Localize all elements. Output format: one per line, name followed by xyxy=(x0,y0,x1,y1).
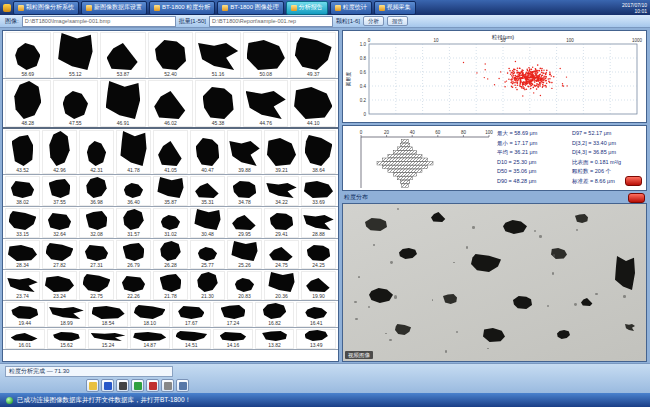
particle-thumbnail[interactable]: 16.41 xyxy=(296,302,336,327)
particle-measurement: 16.82 xyxy=(268,320,281,326)
particle-thumbnail[interactable]: 20.83 xyxy=(227,271,262,300)
particle-thumbnail[interactable]: 46.02 xyxy=(148,80,194,127)
particle-thumbnail[interactable]: 28.34 xyxy=(5,240,40,269)
particle-thumbnail[interactable]: 25.26 xyxy=(227,240,262,269)
distribution-tab-label[interactable]: 粒度分布 xyxy=(342,193,368,202)
camera-button[interactable] xyxy=(116,379,129,392)
particle-thumbnail[interactable]: 40.47 xyxy=(190,130,225,174)
particle-thumbnail[interactable]: 42.31 xyxy=(79,130,114,174)
particle-thumbnail[interactable]: 25.77 xyxy=(190,240,225,269)
video-speck xyxy=(623,295,626,298)
particle-thumbnail[interactable]: 16.01 xyxy=(5,329,45,349)
taskbar-tab[interactable]: 分析报告 xyxy=(286,1,328,15)
particle-thumbnail[interactable]: 16.82 xyxy=(255,302,295,327)
particle-thumbnail[interactable]: 27.82 xyxy=(42,240,77,269)
taskbar-tab[interactable]: 颗粒图像分析系统 xyxy=(13,1,79,15)
open-file-button[interactable] xyxy=(86,379,99,392)
video-panel[interactable]: 视频图像 xyxy=(342,203,647,362)
particle-thumbnail[interactable]: 14.16 xyxy=(213,329,253,349)
particle-thumbnail[interactable]: 58.69 xyxy=(5,32,51,78)
particle-thumbnail[interactable]: 36.98 xyxy=(79,176,114,206)
particle-thumbnail[interactable]: 31.02 xyxy=(153,208,188,238)
particle-thumbnail[interactable]: 13.49 xyxy=(296,329,336,349)
particle-thumbnail[interactable]: 39.21 xyxy=(264,130,299,174)
particle-thumbnail[interactable]: 19.90 xyxy=(301,271,336,300)
particle-thumbnail[interactable]: 47.55 xyxy=(53,80,99,127)
close-video-button[interactable] xyxy=(628,193,645,203)
print-button[interactable] xyxy=(161,379,174,392)
report-path-field[interactable]: D:\BT1800\Report\sample-001.rep xyxy=(209,16,333,27)
taskbar-tab[interactable]: BT-1800 粒度分析 xyxy=(149,1,215,15)
taskbar-tab[interactable]: 视频采集 xyxy=(374,1,416,15)
particle-thumbnail[interactable]: 34.78 xyxy=(227,176,262,206)
particle-thumbnail[interactable]: 46.91 xyxy=(100,80,146,127)
particle-thumbnail[interactable]: 35.31 xyxy=(190,176,225,206)
taskbar-tab[interactable]: 新图像数据库设置 xyxy=(81,1,147,15)
particle-thumbnail[interactable]: 20.36 xyxy=(264,271,299,300)
particle-thumbnail[interactable]: 39.88 xyxy=(227,130,262,174)
analyze-button[interactable] xyxy=(131,379,144,392)
particle-thumbnail[interactable]: 28.88 xyxy=(301,208,336,238)
particle-thumbnail[interactable]: 53.87 xyxy=(100,32,146,78)
particle-thumbnail[interactable]: 45.38 xyxy=(195,80,241,127)
particle-thumbnail[interactable]: 21.78 xyxy=(153,271,188,300)
particle-gallery[interactable]: 58.6955.1253.8752.4051.1650.0849.3748.28… xyxy=(2,30,339,362)
particle-thumbnail[interactable]: 34.22 xyxy=(264,176,299,206)
image-path-field[interactable]: D:\BT1800\Image\sample-001.bmp xyxy=(22,16,176,27)
particle-thumbnail[interactable]: 50.08 xyxy=(243,32,289,78)
particle-thumbnail[interactable]: 22.26 xyxy=(116,271,151,300)
particle-thumbnail[interactable]: 18.10 xyxy=(130,302,170,327)
particle-thumbnail[interactable]: 48.28 xyxy=(5,80,51,127)
particle-thumbnail[interactable]: 23.24 xyxy=(42,271,77,300)
particle-thumbnail[interactable]: 32.64 xyxy=(42,208,77,238)
particle-thumbnail[interactable]: 18.54 xyxy=(88,302,128,327)
particle-thumbnail[interactable]: 38.64 xyxy=(301,130,336,174)
particle-thumbnail[interactable]: 23.74 xyxy=(5,271,40,300)
particle-thumbnail[interactable]: 24.75 xyxy=(264,240,299,269)
particle-thumbnail[interactable]: 38.02 xyxy=(5,176,40,206)
particle-thumbnail[interactable]: 27.31 xyxy=(79,240,114,269)
particle-thumbnail[interactable]: 44.76 xyxy=(243,80,289,127)
particle-thumbnail[interactable]: 13.82 xyxy=(255,329,295,349)
particle-thumbnail[interactable]: 37.55 xyxy=(42,176,77,206)
report-button[interactable]: 报告 xyxy=(387,16,408,26)
particle-thumbnail[interactable]: 49.37 xyxy=(290,32,336,78)
particle-thumbnail[interactable]: 26.28 xyxy=(153,240,188,269)
particle-thumbnail[interactable]: 24.25 xyxy=(301,240,336,269)
particle-thumbnail[interactable]: 15.24 xyxy=(88,329,128,349)
particle-thumbnail[interactable]: 26.79 xyxy=(116,240,151,269)
particle-thumbnail[interactable]: 33.69 xyxy=(301,176,336,206)
particle-thumbnail[interactable]: 44.10 xyxy=(290,80,336,127)
particle-thumbnail[interactable]: 22.75 xyxy=(79,271,114,300)
settings-button[interactable] xyxy=(176,379,189,392)
particle-thumbnail[interactable]: 14.51 xyxy=(172,329,212,349)
particle-thumbnail[interactable]: 29.41 xyxy=(264,208,299,238)
particle-thumbnail[interactable]: 33.15 xyxy=(5,208,40,238)
particle-thumbnail[interactable]: 18.99 xyxy=(47,302,87,327)
particle-thumbnail[interactable]: 55.12 xyxy=(53,32,99,78)
particle-thumbnail[interactable]: 43.52 xyxy=(5,130,40,174)
save-button[interactable] xyxy=(101,379,114,392)
particle-thumbnail[interactable]: 31.57 xyxy=(116,208,151,238)
particle-thumbnail[interactable]: 32.08 xyxy=(79,208,114,238)
particle-thumbnail[interactable]: 52.40 xyxy=(148,32,194,78)
particle-thumbnail[interactable]: 21.30 xyxy=(190,271,225,300)
particle-thumbnail[interactable]: 19.44 xyxy=(5,302,45,327)
particle-thumbnail[interactable]: 17.24 xyxy=(213,302,253,327)
taskbar-tab[interactable]: 粒度统计 xyxy=(330,1,372,15)
taskbar-tab[interactable]: BT-1800 图像处理 xyxy=(217,1,283,15)
chart-button[interactable] xyxy=(146,379,159,392)
particle-thumbnail[interactable]: 41.78 xyxy=(116,130,151,174)
analyze-button[interactable]: 分析 xyxy=(363,16,384,26)
particle-thumbnail[interactable]: 41.05 xyxy=(153,130,188,174)
particle-thumbnail[interactable]: 17.67 xyxy=(172,302,212,327)
particle-thumbnail[interactable]: 36.40 xyxy=(116,176,151,206)
particle-thumbnail[interactable]: 42.96 xyxy=(42,130,77,174)
particle-thumbnail[interactable]: 35.87 xyxy=(153,176,188,206)
close-distribution-button[interactable] xyxy=(625,176,642,186)
particle-thumbnail[interactable]: 30.48 xyxy=(190,208,225,238)
particle-thumbnail[interactable]: 15.62 xyxy=(47,329,87,349)
particle-thumbnail[interactable]: 51.16 xyxy=(195,32,241,78)
particle-thumbnail[interactable]: 14.87 xyxy=(130,329,170,349)
particle-thumbnail[interactable]: 29.95 xyxy=(227,208,262,238)
